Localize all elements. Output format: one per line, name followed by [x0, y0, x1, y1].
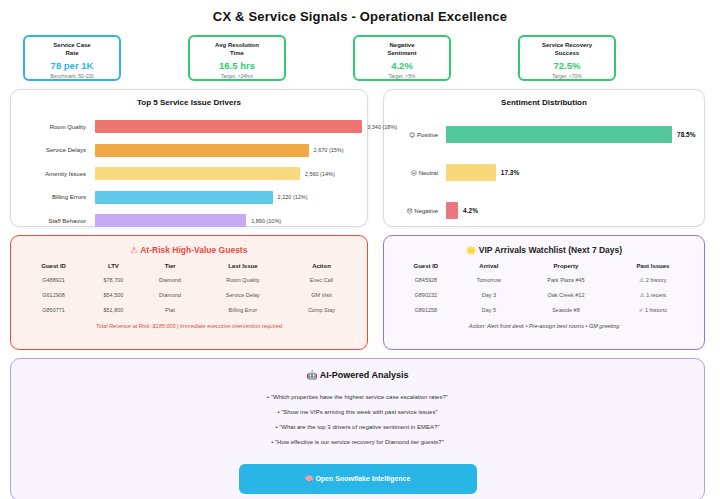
table-cell: Day 5	[458, 302, 520, 317]
bar-value-label: 78.5%	[677, 131, 695, 138]
table-cell: Park Plaza #45	[520, 272, 612, 287]
table-row: G488921$78,700DiamondRoom QualityExec Ca…	[21, 272, 357, 287]
chart-row: 😐 Neutral17.3%	[384, 153, 704, 191]
ai-sample-question: "Show me VIPs arriving this week with pa…	[11, 405, 704, 420]
kpi-value: 78 per 1K	[25, 60, 119, 71]
ai-analysis-title: 🤖 AI-Powered Analysis	[11, 370, 704, 380]
page-title: CX & Service Signals - Operational Excel…	[0, 0, 720, 24]
kpi-label: Avg Resolution Time	[190, 41, 284, 57]
kpi-subtext: Target: >70%	[520, 73, 614, 79]
table-cell: Billing Error	[200, 302, 286, 317]
table-cell: GM Visit	[286, 287, 357, 302]
kpi-value: 4.2%	[355, 60, 449, 71]
table-cell: Comp Stay	[286, 302, 357, 317]
sentiment-chart-panel: Sentiment Distribution 😊 Positive78.5%😐 …	[383, 89, 705, 227]
bar-value-label: 1,890 (10%)	[251, 218, 281, 224]
chart-row: Service Delays2,670 (15%)	[11, 139, 367, 163]
table-cell: ✓ 1 historic	[612, 302, 694, 317]
table-cell: Service Delay	[200, 287, 286, 302]
tables-row: ⚠ At-Risk High-Value Guests Guest IDLTVT…	[0, 235, 720, 350]
column-header: Property	[520, 260, 612, 272]
at-risk-table: Guest IDLTVTierLast IssueAction G488921$…	[21, 260, 357, 317]
sentiment-bars: 😊 Positive78.5%😐 Neutral17.3%😞 Negative4…	[384, 115, 704, 229]
vip-title: 🌟 VIP Arrivals Watchlist (Next 7 Days)	[394, 245, 694, 255]
table-cell: Tomorrow	[458, 272, 520, 287]
column-header: Action	[286, 260, 357, 272]
table-row: G845928TomorrowPark Plaza #45⚠ 2 history	[394, 272, 694, 287]
table-cell: Seaside #8	[520, 302, 612, 317]
bar-value-label: 3,340 (18%)	[367, 124, 397, 130]
ai-sample-question: "What are the top 3 drivers of negative …	[11, 420, 704, 435]
column-header: Guest ID	[21, 260, 86, 272]
table-cell: Room Quality	[200, 272, 286, 287]
table-row: G890232Day 3Oak Creek #12⚠ 1 recent	[394, 287, 694, 302]
table-row: G612908$54,500DiamondService DelayGM Vis…	[21, 287, 357, 302]
issue-drivers-bars: Room Quality3,340 (18%)Service Delays2,6…	[11, 115, 367, 233]
bar-category-label: Service Delays	[11, 147, 95, 153]
dashboard: CX & Service Signals - Operational Excel…	[0, 0, 720, 499]
chart-row: Staff Behavior1,890 (10%)	[11, 209, 367, 233]
bar-category-label: Billing Errors	[11, 194, 95, 200]
kpi-subtext: Target: <24hrs	[190, 73, 284, 79]
kpi-label: Negative Sentiment	[355, 41, 449, 57]
bar-value-label: 4.2%	[463, 207, 478, 214]
bar-category-label: Amenity Issues	[11, 171, 95, 177]
kpi-card-negative-sentiment: Negative Sentiment 4.2% Target: <5%	[353, 35, 451, 81]
chart-row: 😞 Negative4.2%	[384, 191, 704, 229]
at-risk-title: ⚠ At-Risk High-Value Guests	[21, 245, 357, 255]
table-cell: G488921	[21, 272, 86, 287]
kpi-label: Service Recovery Success	[520, 41, 614, 57]
table-cell: $51,800	[86, 302, 140, 317]
table-cell: G890232	[394, 287, 458, 302]
table-cell: ⚠ 1 recent	[612, 287, 694, 302]
table-cell: G845928	[394, 272, 458, 287]
table-row: G850771$51,800PlatBilling ErrorComp Stay	[21, 302, 357, 317]
bar	[95, 167, 300, 180]
ai-sample-questions: "Which properties have the highest servi…	[11, 390, 704, 450]
at-risk-guests-panel: ⚠ At-Risk High-Value Guests Guest IDLTVT…	[10, 235, 368, 350]
column-header: Arrival	[458, 260, 520, 272]
table-cell: Day 3	[458, 287, 520, 302]
table-row: G891258Day 5Seaside #8✓ 1 historic	[394, 302, 694, 317]
kpi-value: 16.5 hrs	[190, 60, 284, 71]
bar-category-label: 😐 Neutral	[384, 169, 446, 176]
table-cell: ⚠ 2 history	[612, 272, 694, 287]
bar	[95, 144, 309, 157]
bar-value-label: 17.3%	[501, 169, 519, 176]
vip-watchlist-panel: 🌟 VIP Arrivals Watchlist (Next 7 Days) G…	[383, 235, 705, 350]
column-header: Guest ID	[394, 260, 458, 272]
bar-category-label: 😊 Positive	[384, 131, 446, 138]
kpi-value: 72.5%	[520, 60, 614, 71]
bar	[446, 202, 458, 219]
table-cell: Exec Call	[286, 272, 357, 287]
bar-category-label: 😞 Negative	[384, 207, 446, 214]
column-header: Tier	[141, 260, 200, 272]
column-header: LTV	[86, 260, 140, 272]
charts-row: Top 5 Service Issue Drivers Room Quality…	[0, 89, 720, 227]
bar-category-label: Staff Behavior	[11, 218, 95, 224]
ai-sample-question: "Which properties have the highest servi…	[11, 390, 704, 405]
kpi-subtext: Target: <5%	[355, 73, 449, 79]
kpi-row: Service Case Rate 78 per 1K Benchmark: 5…	[0, 35, 720, 81]
at-risk-footer: Total Revenue at Risk: $185,000 | Immedi…	[21, 323, 357, 329]
open-snowflake-intelligence-button[interactable]: 🧠 Open Snowflake Intelligence	[239, 464, 477, 494]
column-header: Past Issues	[612, 260, 694, 272]
table-cell: Diamond	[141, 272, 200, 287]
issue-drivers-chart-panel: Top 5 Service Issue Drivers Room Quality…	[10, 89, 368, 227]
column-header: Last Issue	[200, 260, 286, 272]
vip-footer: Action: Alert front desk • Pre-assign be…	[394, 323, 694, 329]
kpi-subtext: Benchmark: 50-100	[25, 73, 119, 79]
table-cell: $78,700	[86, 272, 140, 287]
chart-row: Amenity Issues2,560 (14%)	[11, 162, 367, 186]
kpi-card-service-recovery-success: Service Recovery Success 72.5% Target: >…	[518, 35, 616, 81]
chart-row: 😊 Positive78.5%	[384, 115, 704, 153]
ai-sample-question: "How effective is our service recovery f…	[11, 435, 704, 450]
bar	[95, 120, 362, 133]
kpi-label: Service Case Rate	[25, 41, 119, 57]
bar	[446, 164, 496, 181]
chart-row: Billing Errors2,220 (12%)	[11, 186, 367, 210]
bar-value-label: 2,220 (12%)	[278, 194, 308, 200]
table-cell: Plat	[141, 302, 200, 317]
chart-row: Room Quality3,340 (18%)	[11, 115, 367, 139]
bar-value-label: 2,670 (15%)	[314, 147, 344, 153]
